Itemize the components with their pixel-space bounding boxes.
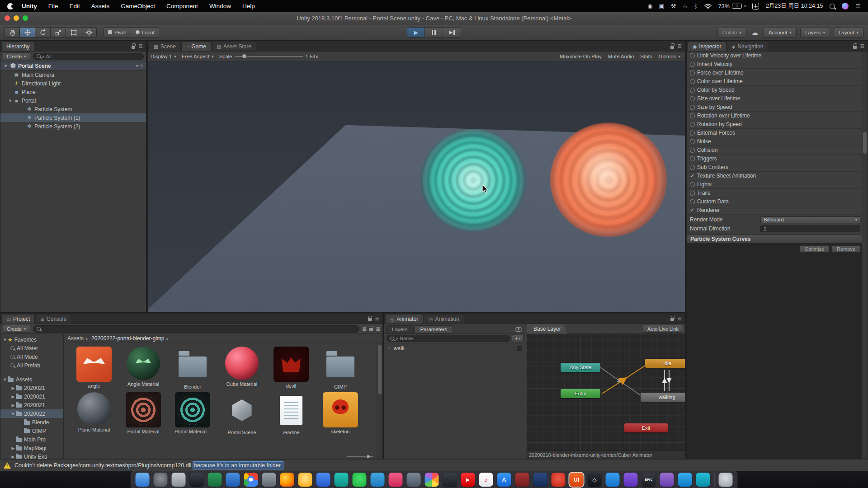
dock-app-icon[interactable] (425, 473, 439, 487)
menubar-item[interactable]: File (48, 3, 58, 9)
game-toolbar-button[interactable]: Maximize On Play (560, 54, 602, 59)
asset-item[interactable]: skeleton (317, 392, 363, 435)
panel-menu-icon[interactable] (677, 43, 682, 49)
view-tab[interactable]: Asset Store (212, 42, 256, 51)
project-folder-item[interactable]: ▶ 2020021 (0, 384, 63, 392)
module-checkbox[interactable] (690, 130, 697, 136)
scale-slider[interactable] (235, 56, 303, 57)
module-checkbox[interactable] (690, 139, 697, 144)
module-checkbox[interactable] (690, 199, 697, 204)
inspector-tab[interactable]: Navigation (727, 42, 769, 51)
module-checkbox[interactable] (690, 53, 697, 58)
game-toolbar-button[interactable]: Mute Audio (608, 54, 634, 59)
dock-app-icon[interactable] (353, 473, 367, 487)
assets-root[interactable]: ▼ Assets (0, 375, 63, 384)
dock-app-icon[interactable] (280, 473, 294, 487)
layout-dropdown[interactable]: Layout (834, 28, 863, 38)
step-button[interactable] (443, 27, 461, 38)
favorite-search-item[interactable]: All Mode (0, 352, 63, 361)
dock-app-icon[interactable]: ◇ (588, 473, 602, 487)
lock-icon[interactable] (670, 46, 674, 49)
module-checkbox[interactable] (690, 70, 697, 75)
particle-module-row[interactable]: Inherit Velocity (687, 60, 868, 69)
menubar-item[interactable]: Window (209, 3, 231, 9)
control-center-icon[interactable]: ☰ (855, 3, 861, 9)
aspect-dropdown[interactable]: Free Aspect (182, 54, 214, 59)
module-checkbox[interactable] (690, 113, 697, 118)
particle-module-row[interactable]: Trails (687, 189, 868, 197)
local-toggle-button[interactable]: Local (131, 27, 160, 38)
search-by-type-icon[interactable] (362, 326, 367, 332)
asset-item[interactable]: Portal Material... (170, 392, 216, 435)
module-checkbox[interactable] (690, 164, 697, 170)
module-checkbox[interactable] (690, 122, 697, 127)
dock-app-icon[interactable] (190, 473, 204, 487)
particle-curves-header[interactable]: Particle System Curves (687, 235, 868, 243)
lock-icon[interactable] (853, 46, 857, 49)
project-folder-item[interactable]: Blende (0, 418, 63, 427)
module-checkbox[interactable] (690, 156, 697, 161)
lock-icon[interactable] (132, 46, 135, 49)
tab-hierarchy[interactable]: Hierarchy (1, 42, 34, 51)
collab-dropdown[interactable]: Collab (717, 28, 746, 38)
dock-app-icon[interactable] (515, 473, 529, 487)
view-tab[interactable]: Game (181, 42, 211, 51)
menubar-item[interactable]: Component (166, 3, 198, 9)
hierarchy-item[interactable]: ☀ Directional Light (0, 79, 146, 88)
particle-module-row[interactable]: External Forces (687, 129, 868, 137)
asset-item[interactable]: angle (71, 347, 117, 389)
scale-slider-knob[interactable] (242, 54, 247, 59)
asset-item[interactable]: devil (268, 347, 314, 389)
particle-module-row[interactable]: Rotation by Speed (687, 120, 868, 129)
dock-app-icon[interactable]: EPIC (642, 473, 656, 487)
particle-module-row[interactable]: Triggers (687, 155, 868, 163)
asset-item[interactable]: Angle Material (120, 347, 166, 389)
add-parameter-button[interactable]: + (512, 335, 524, 342)
particle-module-row[interactable]: Size over Lifetime (687, 94, 868, 103)
particle-module-row[interactable]: Color over Lifetime (687, 77, 868, 86)
module-checkbox[interactable] (690, 104, 697, 110)
game-toolbar-button[interactable]: Gizmos (658, 54, 680, 59)
dock-app-icon[interactable] (335, 473, 349, 487)
panel-menu-icon[interactable] (138, 43, 143, 49)
breadcrumb-root[interactable]: Assets (67, 335, 90, 342)
particle-module-row[interactable]: Renderer (687, 206, 868, 215)
project-folder-item[interactable]: ▼ 2020022 (0, 409, 63, 418)
zoom-window-button[interactable] (23, 15, 28, 21)
game-toolbar-button[interactable]: Stats (640, 54, 652, 59)
state-node[interactable]: walking (641, 393, 685, 402)
bottom-tab[interactable]: Animation (424, 314, 464, 324)
scrollbar-thumb[interactable] (863, 132, 867, 154)
asset-item[interactable]: Cube Material (219, 347, 265, 389)
pivot-toggle-button[interactable]: Pivot (103, 27, 131, 38)
remove-button[interactable]: Remove (832, 245, 860, 253)
foldout-icon[interactable]: ▼ (7, 99, 13, 103)
project-create-button[interactable]: Create (3, 325, 30, 333)
dock-app-icon[interactable] (371, 473, 385, 487)
asset-item[interactable]: GIMP (317, 347, 363, 389)
inspector-scrollbar[interactable] (862, 52, 868, 459)
state-node[interactable]: Any State (561, 363, 600, 372)
foldout-icon[interactable]: ▼ (3, 64, 8, 68)
animator-subtab[interactable]: Parameters (415, 325, 453, 333)
input-source-icon[interactable] (752, 3, 759, 9)
status-icon[interactable]: ◉ (647, 3, 652, 9)
editor-status-bar[interactable]: Couldn't delete Packages/com.unity.textm… (0, 459, 868, 471)
scene-header[interactable]: ▼ Portal Scene (0, 61, 146, 70)
particle-module-row[interactable]: Custom Data (687, 197, 868, 206)
hierarchy-item[interactable]: ✻ Particle System (1) (0, 113, 146, 122)
asset-item[interactable]: Plane Material (71, 392, 117, 435)
view-tab[interactable]: Scene (149, 42, 181, 51)
menubar-item[interactable]: Help (242, 3, 255, 9)
module-checkbox[interactable] (690, 173, 697, 178)
module-checkbox[interactable] (690, 61, 697, 67)
asset-item[interactable]: Blender (170, 347, 216, 389)
dock-app-icon[interactable] (208, 473, 222, 487)
status-icon[interactable]: ☕ (682, 3, 688, 9)
particle-module-row[interactable]: Collision (687, 146, 868, 155)
pause-button[interactable] (425, 27, 443, 38)
panel-menu-icon[interactable] (860, 43, 864, 49)
close-window-button[interactable] (5, 15, 10, 21)
hierarchy-item[interactable]: ■ Plane (0, 88, 146, 96)
auto-live-link-button[interactable]: Auto Live Link (643, 325, 683, 333)
